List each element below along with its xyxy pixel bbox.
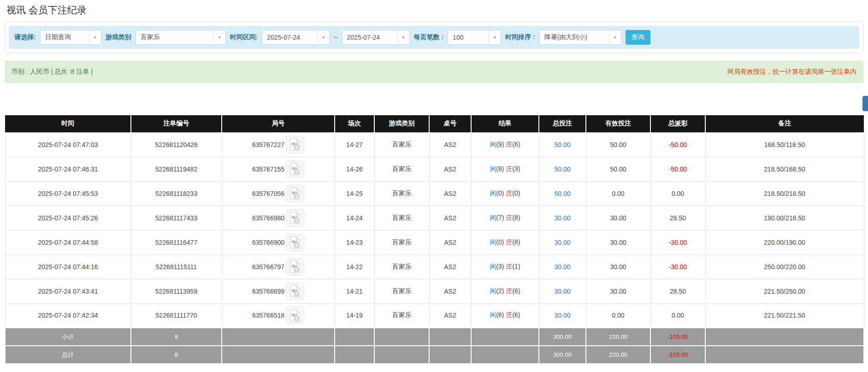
header-round-id: 局号	[222, 115, 335, 132]
total-bet-link[interactable]: 30.00	[554, 214, 570, 222]
header-session: 场次	[335, 115, 374, 132]
page-size-select[interactable]: 100 ▼	[448, 30, 501, 45]
video-replay-button[interactable]	[286, 307, 304, 324]
video-file-icon	[289, 285, 301, 297]
cell-game-type: 百家乐	[374, 279, 429, 303]
total-bet-link[interactable]: 30.00	[554, 239, 570, 246]
player-result-label: 闲	[490, 238, 496, 246]
cell-game-type: 百家乐	[374, 254, 429, 279]
filter-panel: 请选择: 日期查询 ▼ 游戏类别 百家乐 ▼ 时间区间: 2025-07-24 …	[5, 22, 863, 53]
grand-total-valid-bet: 220.00	[586, 346, 650, 364]
cell-note: 190.00/218.50	[705, 206, 864, 230]
video-replay-button[interactable]	[286, 185, 304, 202]
time-range-label: 时间区间:	[230, 33, 258, 41]
date-from-select[interactable]: 2025-07-24 ▼	[262, 30, 330, 45]
round-id-text: 635766518	[252, 312, 284, 319]
player-result-label: 闲	[490, 287, 496, 295]
cell-time: 2025-07-24 07:46:31	[5, 157, 131, 181]
cell-valid-bet: 30.00	[586, 279, 650, 303]
cell-result: 闲(8) 庄(3)	[471, 157, 539, 181]
empty-cell	[335, 346, 374, 364]
empty-cell	[374, 328, 429, 346]
empty-cell	[471, 346, 539, 364]
video-replay-button[interactable]	[286, 209, 304, 227]
header-total-bet: 总投注	[539, 115, 586, 132]
cell-total-bet: 30.00	[539, 206, 586, 230]
time-sort-select[interactable]: 降幂(由大到小) ▼	[539, 30, 621, 45]
empty-cell	[335, 328, 374, 346]
search-button[interactable]: 查询	[626, 30, 650, 45]
player-result-count: (0)	[496, 238, 504, 246]
cell-result: 闲(3) 庄(1)	[471, 254, 539, 279]
video-replay-button[interactable]	[286, 136, 304, 154]
banker-result-label: 庄	[506, 214, 512, 221]
cell-valid-bet: 30.00	[586, 206, 650, 230]
cell-note: 221.50/250.00	[705, 279, 864, 303]
grand-total-payout: -103.00	[650, 346, 705, 364]
cell-table-no: AS2	[429, 279, 471, 303]
player-result-label: 闲	[490, 311, 496, 319]
banker-result-count: (6)	[512, 311, 520, 319]
cell-table-no: AS2	[429, 132, 471, 157]
filter-bar: 请选择: 日期查询 ▼ 游戏类别 百家乐 ▼ 时间区间: 2025-07-24 …	[9, 26, 859, 49]
cell-table-no: AS2	[429, 230, 471, 254]
video-file-icon	[289, 260, 301, 273]
cell-total-bet: 30.00	[539, 279, 586, 303]
table-body: 2025-07-24 07:47:03 522681120426 6357672…	[5, 132, 864, 328]
empty-cell	[429, 346, 471, 364]
cell-valid-bet: 0.00	[586, 303, 650, 328]
video-replay-button[interactable]	[286, 258, 304, 276]
subtotal-label: 小计	[5, 328, 131, 346]
subtotal-total-bet: 300.00	[539, 328, 586, 346]
range-tilde: ~	[334, 34, 337, 41]
total-bet-link[interactable]: 30.00	[554, 263, 570, 271]
video-file-icon	[289, 138, 301, 151]
game-type-select[interactable]: 百家乐 ▼	[136, 30, 226, 45]
cell-table-no: AS2	[429, 254, 471, 279]
cell-bet-id: 522681120426	[131, 132, 222, 157]
video-replay-button[interactable]	[286, 160, 304, 178]
video-replay-button[interactable]	[286, 283, 304, 300]
empty-cell	[705, 346, 864, 364]
total-bet-link[interactable]: 50.00	[554, 141, 570, 148]
player-result-count: (8)	[496, 165, 504, 172]
query-type-select[interactable]: 日期查询 ▼	[40, 30, 101, 45]
valid-bet-notice: 同局有效投注，统一计算在该局第一张注单内	[727, 68, 856, 76]
total-bet-link[interactable]: 30.00	[554, 288, 570, 295]
cell-note: 218.50/218.50	[705, 181, 864, 206]
cell-bet-id: 522681119482	[131, 157, 222, 181]
banker-result-count: (6)	[512, 141, 520, 148]
cell-payout: -50.00	[650, 132, 705, 157]
date-to-value: 2025-07-24	[342, 30, 397, 44]
header-payout: 总派彩	[650, 115, 705, 132]
cell-result: 闲(7) 庄(8)	[471, 206, 539, 230]
cell-total-bet: 50.00	[539, 181, 586, 206]
cell-bet-id: 522681115111	[131, 254, 222, 279]
total-bet-link[interactable]: 50.00	[554, 165, 570, 173]
chevron-down-icon: ▼	[89, 30, 101, 44]
date-to-select[interactable]: 2025-07-24 ▼	[342, 30, 410, 45]
cell-payout: 28.50	[650, 206, 705, 230]
total-bet-link[interactable]: 50.00	[554, 190, 570, 197]
banker-result-count: (6)	[512, 287, 520, 295]
game-type-label: 游戏类别	[106, 33, 131, 41]
cell-total-bet: 30.00	[539, 230, 586, 254]
banker-result-label: 庄	[506, 238, 512, 246]
cell-result: 闲(6) 庄(6)	[471, 303, 539, 328]
player-result-label: 闲	[490, 165, 496, 172]
cell-valid-bet: 30.00	[586, 230, 650, 254]
total-bet-link[interactable]: 30.00	[554, 312, 570, 319]
header-result: 结果	[471, 115, 539, 132]
video-file-icon	[289, 212, 301, 224]
cell-game-type: 百家乐	[374, 157, 429, 181]
banker-result-count: (8)	[512, 214, 520, 221]
video-replay-button[interactable]	[286, 234, 304, 251]
cell-note: 220.00/190.00	[705, 230, 864, 254]
cell-bet-id: 522681117433	[131, 206, 222, 230]
cell-session: 14-19	[335, 303, 374, 328]
cell-payout: 0.00	[650, 181, 705, 206]
player-result-label: 闲	[490, 263, 496, 270]
cell-bet-id: 522681113959	[131, 279, 222, 303]
cell-note: 250.00/220.00	[705, 254, 864, 279]
edge-partial-button[interactable]	[862, 96, 868, 111]
